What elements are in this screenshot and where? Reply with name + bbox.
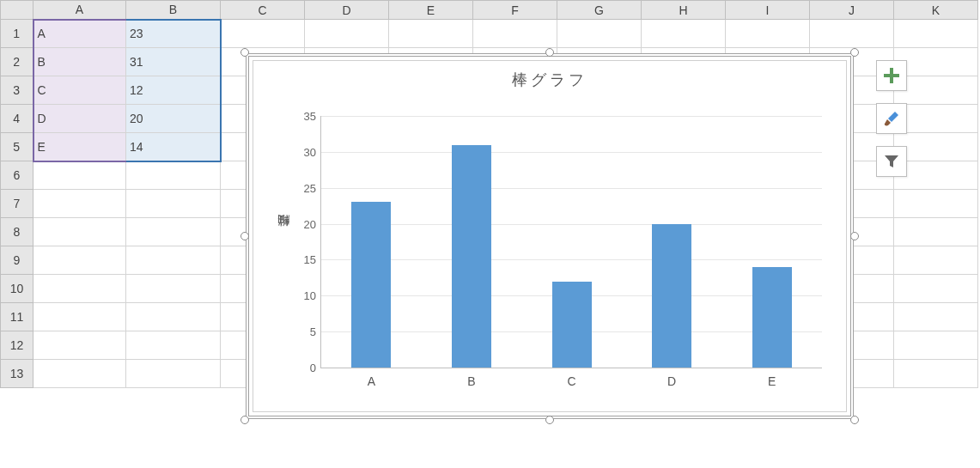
- cell-A10[interactable]: [33, 275, 126, 303]
- cell-B9[interactable]: [126, 246, 221, 275]
- row-header-11[interactable]: 11: [1, 303, 33, 331]
- cell-K10[interactable]: [894, 275, 978, 303]
- y-tick-label: 25: [295, 181, 316, 194]
- row-header-13[interactable]: 13: [1, 360, 33, 388]
- resize-handle-bl[interactable]: [240, 416, 249, 424]
- cell-A3[interactable]: C: [33, 76, 126, 105]
- cell-B4[interactable]: 20: [126, 105, 221, 133]
- col-header-A[interactable]: A: [33, 1, 126, 20]
- y-tick-label: 35: [295, 110, 316, 123]
- col-header-I[interactable]: I: [726, 1, 810, 20]
- cell-K12[interactable]: [894, 331, 978, 360]
- cell-A6[interactable]: [33, 161, 126, 190]
- cell-B12[interactable]: [126, 331, 221, 360]
- cell-K9[interactable]: [894, 246, 978, 275]
- cell-K13[interactable]: [894, 360, 978, 388]
- row-header-2[interactable]: 2: [1, 48, 33, 76]
- chart-title[interactable]: 棒グラフ: [253, 70, 846, 90]
- x-tick-label: C: [567, 374, 575, 388]
- chart-bar[interactable]: [452, 145, 491, 368]
- cell-A1[interactable]: A: [33, 20, 126, 48]
- cell-B13[interactable]: [126, 360, 221, 388]
- col-header-B[interactable]: B: [126, 1, 221, 20]
- cell-B11[interactable]: [126, 303, 221, 331]
- resize-handle-tr[interactable]: [850, 48, 859, 57]
- cell-B10[interactable]: [126, 275, 221, 303]
- resize-handle-br[interactable]: [850, 416, 859, 424]
- cell-G1[interactable]: [557, 20, 642, 48]
- select-all-corner[interactable]: [1, 1, 33, 20]
- col-header-G[interactable]: G: [557, 1, 642, 20]
- chart-elements-button[interactable]: [876, 60, 907, 91]
- cell-A9[interactable]: [33, 246, 126, 275]
- cell-B5[interactable]: 14: [126, 133, 221, 161]
- col-header-F[interactable]: F: [473, 1, 557, 20]
- row-header-3[interactable]: 3: [1, 76, 33, 105]
- cell-H1[interactable]: [642, 20, 726, 48]
- cell-I1[interactable]: [726, 20, 810, 48]
- row-header-5[interactable]: 5: [1, 133, 33, 161]
- cell-K7[interactable]: [894, 190, 978, 218]
- chart-area[interactable]: 棒グラフ 縦軸 05101520253035ABCDE: [253, 60, 847, 412]
- cell-K11[interactable]: [894, 303, 978, 331]
- col-header-E[interactable]: E: [389, 1, 473, 20]
- col-header-J[interactable]: J: [810, 1, 894, 20]
- cell-E1[interactable]: [389, 20, 473, 48]
- col-header-C[interactable]: C: [221, 1, 305, 20]
- resize-handle-tm[interactable]: [545, 48, 554, 57]
- col-header-H[interactable]: H: [642, 1, 726, 20]
- resize-handle-bm[interactable]: [545, 416, 554, 424]
- cell-B7[interactable]: [126, 190, 221, 218]
- col-header-D[interactable]: D: [305, 1, 389, 20]
- cell-D1[interactable]: [305, 20, 389, 48]
- cell-K1[interactable]: [894, 20, 978, 48]
- cell-C1[interactable]: [221, 20, 305, 48]
- cell-B8[interactable]: [126, 218, 221, 246]
- row-header-12[interactable]: 12: [1, 331, 33, 360]
- row-header-1[interactable]: 1: [1, 20, 33, 48]
- chart-bar[interactable]: [351, 202, 391, 368]
- resize-handle-tl[interactable]: [240, 48, 249, 57]
- row-header-7[interactable]: 7: [1, 190, 33, 218]
- cell-A12[interactable]: [33, 331, 126, 360]
- chart-gridline: [321, 188, 822, 189]
- y-tick-label: 20: [295, 217, 316, 230]
- x-tick-label: D: [667, 374, 676, 388]
- row-header-8[interactable]: 8: [1, 218, 33, 246]
- cell-A13[interactable]: [33, 360, 126, 388]
- col-header-K[interactable]: K: [894, 1, 978, 20]
- cell-B2[interactable]: 31: [126, 48, 221, 76]
- y-tick-label: 10: [295, 289, 316, 302]
- chart-bar[interactable]: [652, 224, 691, 368]
- cell-A2[interactable]: B: [33, 48, 126, 76]
- cell-A11[interactable]: [33, 303, 126, 331]
- cell-B6[interactable]: [126, 161, 221, 190]
- cell-A5[interactable]: E: [33, 133, 126, 161]
- chart-plot-area[interactable]: 05101520253035ABCDE: [320, 116, 822, 368]
- cell-K8[interactable]: [894, 218, 978, 246]
- chart-gridline: [321, 116, 822, 117]
- row-header-9[interactable]: 9: [1, 246, 33, 275]
- row-header-10[interactable]: 10: [1, 275, 33, 303]
- x-tick-label: A: [368, 374, 375, 388]
- chart-filters-button[interactable]: [876, 146, 907, 177]
- row-header-6[interactable]: 6: [1, 161, 33, 190]
- y-tick-label: 30: [295, 145, 316, 158]
- cell-B1[interactable]: 23: [126, 20, 221, 48]
- row-header-4[interactable]: 4: [1, 105, 33, 133]
- chart-bar[interactable]: [752, 267, 792, 368]
- chart-bar[interactable]: [552, 282, 592, 368]
- y-tick-label: 0: [295, 362, 316, 374]
- cell-J1[interactable]: [810, 20, 894, 48]
- chart-styles-button[interactable]: [876, 103, 907, 134]
- cell-B3[interactable]: 12: [126, 76, 221, 105]
- resize-handle-ml[interactable]: [240, 232, 249, 240]
- cell-A8[interactable]: [33, 218, 126, 246]
- cell-F1[interactable]: [473, 20, 557, 48]
- brush-icon: [883, 110, 900, 127]
- cell-A7[interactable]: [33, 190, 126, 218]
- chart-object[interactable]: 棒グラフ 縦軸 05101520253035ABCDE: [240, 48, 859, 424]
- x-tick-label: B: [467, 374, 475, 388]
- cell-A4[interactable]: D: [33, 105, 126, 133]
- resize-handle-mr[interactable]: [850, 232, 859, 240]
